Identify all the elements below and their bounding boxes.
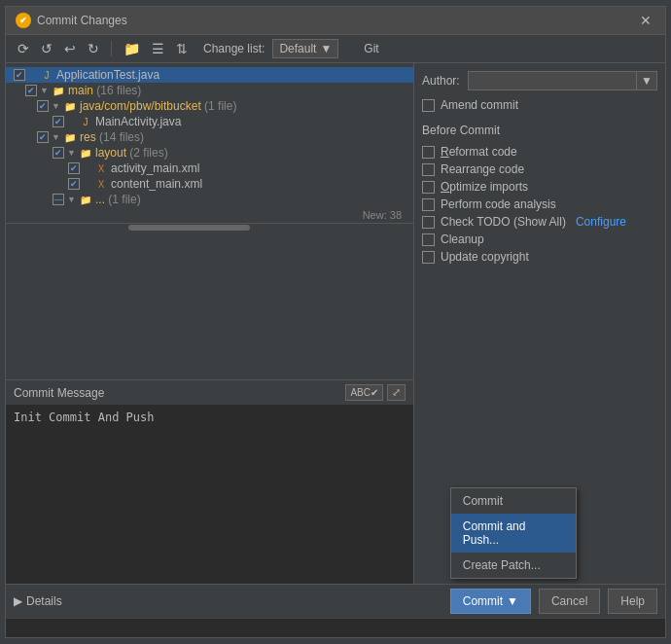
author-input[interactable] bbox=[468, 71, 637, 90]
folder-res: res bbox=[80, 130, 96, 144]
commit-textarea[interactable]: Init Commit And Push bbox=[6, 405, 413, 584]
new-badge: New: 38 bbox=[363, 209, 406, 221]
changelist-dropdown[interactable]: Default ▼ bbox=[272, 39, 338, 58]
rearrange-checkbox[interactable] bbox=[422, 163, 435, 176]
folder-main: main bbox=[68, 84, 93, 97]
dropdown-commit[interactable]: Commit bbox=[451, 488, 576, 514]
details-label: Details bbox=[26, 594, 62, 608]
check-todo-label: Check TODO (Show All) bbox=[441, 215, 566, 229]
dropdown-commit-push[interactable]: Commit and Push... bbox=[451, 514, 576, 553]
perform-label: Perform code analysis bbox=[441, 197, 556, 211]
tree-item-java[interactable]: ✔ ▼ 📁 java/com/pbw/bitbucket (1 file) bbox=[6, 98, 413, 114]
checkbox-content-main[interactable]: ✔ bbox=[68, 178, 80, 190]
optimize-label: Optimize imports bbox=[441, 180, 528, 194]
details-toggle[interactable]: ▶ Details bbox=[14, 594, 62, 608]
checkbox-more[interactable]: — bbox=[53, 194, 64, 205]
tree-item-more[interactable]: — ▼ 📁 ... (1 file) bbox=[6, 192, 413, 207]
checkbox-res[interactable]: ✔ bbox=[37, 131, 49, 143]
cleanup-checkbox[interactable] bbox=[422, 233, 435, 246]
checkbox-mainactivity[interactable]: ✔ bbox=[53, 116, 64, 127]
checkbox-applicationtest[interactable]: ✔ bbox=[14, 69, 25, 81]
dropdown-create-patch[interactable]: Create Patch... bbox=[451, 553, 576, 578]
refresh-btn[interactable]: ⟳ bbox=[14, 39, 33, 58]
author-dropdown-btn[interactable]: ▼ bbox=[637, 71, 657, 90]
expand-btn[interactable]: ⤢ bbox=[387, 384, 406, 401]
separator-1 bbox=[111, 41, 112, 56]
folder-btn[interactable]: 📁 bbox=[120, 39, 144, 58]
git-tab[interactable]: Git bbox=[358, 40, 384, 57]
commit-message-area: Commit Message ABC✔ ⤢ Init Commit And Pu… bbox=[6, 379, 413, 584]
folder-res-count: (14 files) bbox=[96, 130, 144, 144]
folder-layout: layout bbox=[95, 146, 126, 160]
changelist-label: Change list: bbox=[203, 42, 265, 55]
help-button[interactable]: Help bbox=[608, 589, 657, 614]
java-mainactivity-icon: J bbox=[79, 115, 92, 128]
folder-java-icon: 📁 bbox=[63, 99, 77, 113]
reformat-checkbox[interactable] bbox=[422, 146, 435, 159]
changelist-value: Default bbox=[279, 42, 316, 55]
dropdown-commit-push-label: Commit and Push... bbox=[463, 519, 526, 547]
update-copyright-label: Update copyright bbox=[441, 250, 529, 264]
reformat-label: Reformat code bbox=[441, 145, 517, 159]
folder-more-count: (1 file) bbox=[105, 193, 141, 206]
left-panel: ✔ J ApplicationTest.java ✔ ▼ 📁 main (16 … bbox=[6, 63, 414, 584]
sort-btn[interactable]: ⇅ bbox=[172, 39, 192, 58]
checkbox-layout[interactable]: ✔ bbox=[53, 147, 64, 159]
rearrange-label: Rearrange code bbox=[441, 162, 524, 176]
tree-item-layout[interactable]: ✔ ▼ 📁 layout (2 files) bbox=[6, 145, 413, 161]
close-button[interactable]: ✕ bbox=[636, 13, 655, 28]
amend-row: Amend commit bbox=[422, 98, 657, 112]
amend-checkbox[interactable] bbox=[422, 99, 435, 112]
amend-label: Amend commit bbox=[441, 98, 518, 112]
checkbox-java[interactable]: ✔ bbox=[37, 100, 49, 112]
checkbox-activity-main[interactable]: ✔ bbox=[68, 162, 80, 174]
undo-btn[interactable]: ↩ bbox=[60, 39, 80, 58]
commit-dropdown-menu: Commit Commit and Push... Create Patch..… bbox=[450, 487, 577, 579]
option-perform: Perform code analysis bbox=[422, 196, 657, 213]
cancel-button[interactable]: Cancel bbox=[539, 589, 600, 614]
revert-btn[interactable]: ↺ bbox=[37, 39, 56, 58]
horizontal-scrollbar[interactable] bbox=[6, 223, 413, 231]
checkbox-main[interactable]: ✔ bbox=[25, 85, 37, 96]
perform-checkbox[interactable] bbox=[422, 198, 435, 211]
check-todo-checkbox[interactable] bbox=[422, 216, 435, 229]
option-cleanup: Cleanup bbox=[422, 231, 657, 248]
commit-btn-wrapper: Commit ▼ Commit Commit and Push... Creat… bbox=[450, 589, 531, 614]
commit-changes-dialog: ✔ Commit Changes ✕ ⟳ ↺ ↩ ↻ 📁 ☰ ⇅ Change … bbox=[5, 6, 666, 638]
dialog-title: Commit Changes bbox=[37, 14, 127, 27]
spell-check-btn[interactable]: ABC✔ bbox=[345, 384, 383, 401]
tree-item-activity-main[interactable]: ✔ X activity_main.xml bbox=[6, 161, 413, 176]
option-optimize: Optimize imports bbox=[422, 178, 657, 196]
folder-main-icon: 📁 bbox=[52, 84, 65, 97]
update-copyright-checkbox[interactable] bbox=[422, 251, 435, 264]
changelist-arrow: ▼ bbox=[320, 42, 332, 55]
tree-item-res[interactable]: ✔ ▼ 📁 res (14 files) bbox=[6, 129, 413, 145]
folder-layout-icon: 📁 bbox=[79, 146, 92, 160]
amend-label-text: Amend commit bbox=[441, 98, 518, 112]
java-icon: J bbox=[40, 68, 53, 82]
title-bar-left: ✔ Commit Changes bbox=[16, 13, 127, 28]
file-content-main: content_main.xml bbox=[111, 177, 202, 191]
tree-item-applicationtest[interactable]: ✔ J ApplicationTest.java bbox=[6, 67, 413, 83]
tree-item-mainactivity[interactable]: ✔ J MainActivity.java bbox=[6, 114, 413, 129]
folder-more: ... bbox=[95, 193, 105, 206]
folder-res-icon: 📁 bbox=[63, 130, 77, 144]
file-tree: ✔ J ApplicationTest.java ✔ ▼ 📁 main (16 … bbox=[6, 63, 413, 379]
configure-link[interactable]: Configure bbox=[576, 215, 626, 229]
redo-btn[interactable]: ↻ bbox=[84, 39, 103, 58]
xml-activity-icon: X bbox=[94, 161, 108, 175]
toolbar: ⟳ ↺ ↩ ↻ 📁 ☰ ⇅ Change list: Default ▼ Git bbox=[6, 35, 665, 63]
details-arrow: ▶ bbox=[14, 594, 22, 608]
before-commit-section: Before Commit Reformat code Rearrange co… bbox=[422, 124, 657, 266]
tree-item-content-main[interactable]: ✔ X content_main.xml bbox=[6, 176, 413, 192]
bottom-bar: ▶ Details Commit ▼ Commit Commit bbox=[6, 584, 665, 618]
author-label: Author: bbox=[422, 74, 460, 88]
option-rearrange: Rearrange code bbox=[422, 161, 657, 178]
file-mainactivity: MainActivity.java bbox=[95, 115, 181, 128]
list-btn[interactable]: ☰ bbox=[148, 39, 168, 58]
commit-button[interactable]: Commit ▼ bbox=[450, 589, 531, 614]
tree-item-main[interactable]: ✔ ▼ 📁 main (16 files) bbox=[6, 83, 413, 98]
commit-dropdown-arrow[interactable]: ▼ bbox=[507, 594, 518, 608]
app-icon: ✔ bbox=[16, 13, 31, 28]
optimize-checkbox[interactable] bbox=[422, 181, 435, 194]
